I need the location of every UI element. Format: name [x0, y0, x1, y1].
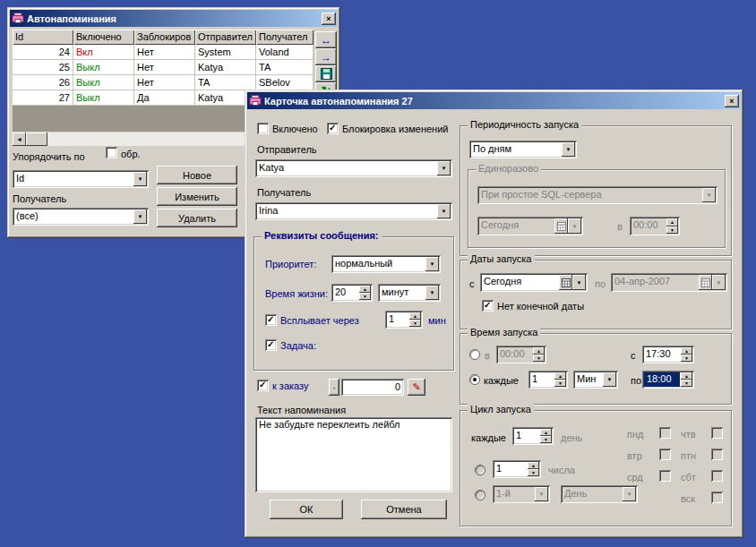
no-end-date-checkbox[interactable]: ✓	[482, 300, 494, 312]
cancel-button[interactable]: Отмена	[361, 500, 447, 519]
priority-select[interactable]: нормальный ▼	[331, 255, 441, 273]
cell-recipient: TA	[256, 60, 314, 75]
lifetime-label: Время жизни:	[265, 288, 328, 299]
column-header-recipient[interactable]: Получател	[256, 30, 314, 45]
table-row[interactable]: 26 Выкл Нет TA SBelov	[13, 75, 314, 90]
delete-button[interactable]: Удалить	[157, 209, 237, 227]
ok-button[interactable]: ОК	[270, 500, 343, 519]
cell-recipient: SBelov	[256, 75, 314, 90]
new-button[interactable]: Новое	[157, 166, 237, 184]
column-header-id[interactable]: Id	[13, 30, 73, 45]
order-link-checkbox[interactable]: ✓	[257, 380, 269, 391]
periodicity-value: По дням	[473, 143, 561, 154]
enabled-checkbox[interactable]: ✓	[257, 123, 269, 134]
navigate-button[interactable]: ↔	[315, 31, 337, 48]
time-to-stepper[interactable]: 18:00 ▲▼	[642, 371, 694, 389]
weekday-label: втр	[627, 450, 642, 461]
popup-after-stepper[interactable]: 1 ▲▼	[385, 311, 423, 329]
spin-up-button[interactable]: ▲	[540, 429, 552, 436]
reminder-text-area[interactable]: Не забудьте переклеить лейбл	[255, 417, 452, 492]
dropdown-button[interactable]: ▼	[562, 142, 575, 157]
dropdown-button[interactable]: ▼	[572, 275, 586, 290]
save-button[interactable]	[315, 65, 337, 82]
recipient-filter-select[interactable]: (все) ▼	[13, 208, 149, 226]
titlebar[interactable]: Автонапоминания ×	[10, 10, 338, 27]
table-row[interactable]: 24 Вкл Нет System Voland	[13, 45, 314, 60]
dropdown-button: ▼	[623, 487, 636, 501]
close-button[interactable]: ×	[725, 95, 739, 107]
recipient-select[interactable]: Irina ▼	[255, 202, 452, 220]
order-number-field[interactable]: 0	[341, 379, 404, 396]
spin-up-button[interactable]: ▲	[681, 372, 692, 380]
dropdown-button[interactable]: ▼	[425, 257, 439, 271]
order-picker-button[interactable]: ·	[329, 379, 339, 396]
recipient-label: Получатель	[257, 187, 311, 198]
reverse-order-checkbox[interactable]: ✓	[106, 147, 117, 158]
group-title: Цикл запуска	[468, 404, 534, 415]
sender-select[interactable]: Katya ▼	[255, 159, 452, 177]
edit-button[interactable]: Изменить	[157, 187, 237, 206]
dropdown-button[interactable]: ▼	[603, 372, 616, 387]
task-label: Задача:	[280, 340, 316, 351]
every-interval-value: 1	[532, 373, 554, 384]
recipient-value: Irina	[259, 205, 436, 216]
cell-sender: TA	[195, 75, 256, 90]
edit-order-button[interactable]: ✎	[408, 379, 425, 396]
spin-down-button[interactable]: ▼	[681, 380, 692, 387]
cycle-every-stepper[interactable]: 1 ▲▼	[512, 427, 554, 445]
dropdown-button[interactable]: ▼	[425, 286, 439, 300]
every-interval-radio[interactable]	[469, 374, 480, 385]
weekday-checkbox: ✓	[711, 427, 723, 439]
lock-changes-checkbox[interactable]: ✓	[327, 123, 339, 134]
lifetime-stepper[interactable]: 20 ▲▼	[331, 284, 373, 302]
every-interval-stepper[interactable]: 1 ▲▼	[528, 371, 568, 389]
popup-after-value: 1	[389, 313, 408, 324]
order-by-select[interactable]: Id ▼	[13, 170, 149, 188]
table-row[interactable]: 25 Выкл Нет Katya TA	[13, 60, 314, 75]
weekday-checkbox: ✓	[659, 470, 671, 482]
date-to-picker: 04-апр-2007 ▼	[611, 273, 727, 292]
spin-down-button[interactable]: ▼	[681, 355, 692, 362]
chevron-down-icon: ▼	[430, 290, 435, 295]
lifetime-unit-select[interactable]: минут ▼	[378, 284, 441, 302]
cell-state: Выкл	[73, 60, 134, 75]
popup-after-label: Всплывает через	[280, 315, 359, 326]
spin-up-button[interactable]: ▲	[681, 347, 692, 355]
spin-down-button[interactable]: ▼	[554, 380, 566, 387]
start-time-group: Время запуска в 00:00 ▲▼ с 17:30 ▲▼ кажд…	[460, 333, 732, 405]
recipient-filter-label: Получатель	[13, 193, 66, 204]
spin-up-button: ▲	[528, 462, 539, 469]
scrollbar-thumb[interactable]	[26, 132, 47, 146]
go-button[interactable]: →	[315, 48, 337, 65]
spin-up-button[interactable]: ▲	[554, 372, 566, 380]
titlebar[interactable]: Карточка автонапоминания 27 ×	[247, 92, 741, 109]
dropdown-button[interactable]: ▼	[133, 209, 147, 224]
calendar-button[interactable]	[559, 275, 572, 290]
spin-up-button[interactable]: ▲	[359, 286, 371, 293]
weekday-label: срд	[627, 472, 643, 483]
date-from-picker[interactable]: Сегодня ▼	[480, 273, 588, 292]
chevron-down-icon: ▼	[442, 209, 447, 214]
column-header-sender[interactable]: Отправител	[195, 30, 256, 45]
spin-up-button[interactable]: ▲	[409, 312, 421, 320]
spin-down-button[interactable]: ▼	[359, 293, 371, 300]
scroll-left-button[interactable]: ◄	[13, 132, 26, 146]
dropdown-button[interactable]: ▼	[437, 204, 451, 218]
close-button[interactable]: ×	[322, 13, 336, 25]
weekday-checkbox: ✓	[711, 470, 723, 482]
order-link-label: к заказу	[272, 380, 309, 391]
time-from-stepper[interactable]: 17:30 ▲▼	[642, 346, 694, 363]
one-time-trigger-value: При простое SQL-сервера	[481, 189, 701, 200]
task-checkbox[interactable]: ✓	[265, 339, 277, 351]
column-header-locked[interactable]: Заблокиров	[134, 30, 195, 45]
dropdown-button[interactable]: ▼	[437, 161, 451, 175]
spin-down-button[interactable]: ▼	[409, 320, 421, 327]
order-by-label: Упорядочить по	[13, 151, 85, 162]
spin-down-button[interactable]: ▼	[540, 436, 552, 443]
at-time-radio[interactable]	[469, 349, 480, 360]
interval-unit-select[interactable]: Мин ▼	[573, 371, 618, 389]
column-header-enabled[interactable]: Включено	[73, 30, 134, 45]
popup-after-checkbox[interactable]: ✓	[265, 314, 277, 326]
periodicity-select[interactable]: По дням ▼	[469, 141, 577, 158]
dropdown-button[interactable]: ▼	[133, 172, 147, 186]
